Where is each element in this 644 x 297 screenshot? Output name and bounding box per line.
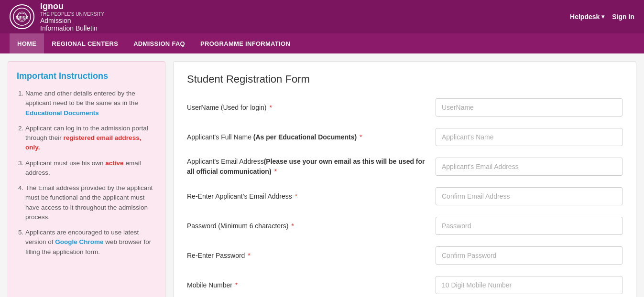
nav-regional-centers[interactable]: REGIONAL CENTERS: [44, 33, 126, 53]
registered-email-link[interactable]: registered email address, only.: [25, 134, 141, 151]
password-input[interactable]: [436, 217, 622, 235]
instruction-2: Applicant can log in to the admission po…: [25, 124, 156, 153]
confirm-email-row: Re-Enter Applicant's Email Address *: [187, 186, 622, 207]
instructions-list: Name and other details entered by the ap…: [17, 89, 156, 257]
applicant-email-label: Applicant's Email Address(Please use you…: [187, 157, 436, 177]
form-area: Student Registration Form UserName (Used…: [173, 61, 636, 297]
main-content: Important Instructions Name and other de…: [0, 53, 644, 297]
mobile-input[interactable]: [436, 276, 622, 294]
mobile-row: Mobile Number *: [187, 275, 622, 296]
username-required: *: [269, 104, 272, 111]
applicant-email-row: Applicant's Email Address(Please use you…: [187, 156, 622, 177]
password-input-wrapper: [436, 217, 622, 235]
sidebar-title: Important Instructions: [17, 71, 156, 81]
instruction-5: Applicants are encouraged to use latest …: [25, 228, 156, 257]
mobile-label: Mobile Number *: [187, 280, 436, 290]
confirm-password-input[interactable]: [436, 246, 622, 265]
password-label: Password (Minimum 6 characters) *: [187, 221, 436, 231]
password-row: Password (Minimum 6 characters) *: [187, 215, 622, 236]
instruction-3: Applicant must use his own active email …: [25, 159, 156, 178]
applicant-email-input-wrapper: [436, 158, 622, 176]
applicant-name-input-wrapper: [436, 128, 622, 146]
applicant-name-input[interactable]: [436, 128, 622, 146]
nav-admission-faq[interactable]: ADMISSION FAQ: [126, 33, 193, 53]
educational-docs-link[interactable]: Educational Documents: [25, 109, 99, 117]
username-label: UserName (Used for login) *: [187, 103, 436, 113]
header: ignou ignou THE PEOPLE'S UNIVERSITY Admi…: [0, 0, 644, 33]
confirm-email-input-wrapper: [436, 187, 622, 205]
university-name: ignou: [40, 1, 104, 11]
navbar: HOME REGIONAL CENTERS ADMISSION FAQ PROG…: [0, 33, 644, 53]
ignou-logo: ignou: [10, 4, 34, 29]
admission-title: Admission Information Bulletin: [40, 17, 104, 32]
applicant-name-row: Applicant's Full Name (As per Educationa…: [187, 127, 622, 148]
confirm-password-row: Re-Enter Password *: [187, 245, 622, 266]
confirm-email-label: Re-Enter Applicant's Email Address *: [187, 191, 436, 202]
google-chrome-link[interactable]: Google Chrome: [55, 238, 103, 245]
instruction-4: The Email address provided by the applic…: [25, 183, 156, 222]
active-link[interactable]: active: [105, 159, 123, 167]
username-input-wrapper: [436, 98, 622, 117]
confirm-password-input-wrapper: [436, 246, 622, 265]
header-right: Helpdesk Sign In: [570, 13, 634, 21]
form-title: Student Registration Form: [187, 73, 622, 85]
logo-area: ignou ignou THE PEOPLE'S UNIVERSITY Admi…: [10, 1, 104, 32]
university-tagline: THE PEOPLE'S UNIVERSITY: [40, 11, 104, 17]
signin-button[interactable]: Sign In: [612, 13, 634, 21]
sidebar: Important Instructions Name and other de…: [8, 61, 165, 297]
confirm-email-input[interactable]: [436, 187, 622, 205]
applicant-email-input[interactable]: [436, 158, 622, 176]
confirm-password-label: Re-Enter Password *: [187, 251, 436, 261]
username-row: UserName (Used for login) *: [187, 97, 622, 118]
helpdesk-button[interactable]: Helpdesk: [570, 13, 604, 21]
mobile-input-wrapper: [436, 276, 622, 294]
applicant-name-label: Applicant's Full Name (As per Educationa…: [187, 132, 436, 142]
instruction-1: Name and other details entered by the ap…: [25, 89, 156, 118]
username-input[interactable]: [436, 98, 622, 117]
nav-programme-information[interactable]: PROGRAMME INFORMATION: [193, 33, 298, 53]
header-title: ignou THE PEOPLE'S UNIVERSITY Admission …: [40, 1, 104, 32]
nav-home[interactable]: HOME: [10, 33, 44, 53]
